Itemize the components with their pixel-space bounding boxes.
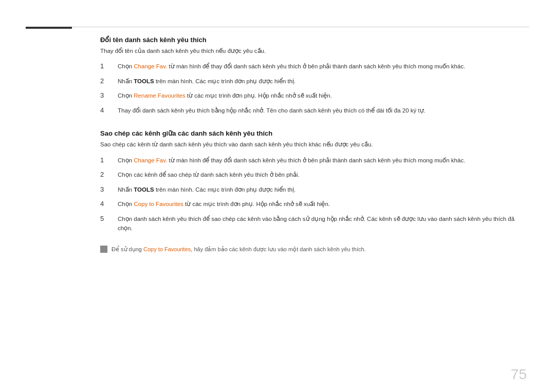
step-text: Chọn Copy to Favourites từ các mục trình… <box>118 199 524 209</box>
step-text: Nhấn TOOLS trên màn hình. Các mục trình … <box>118 77 524 86</box>
step-text: Chọn Rename Favourites từ các mục trình … <box>118 91 524 100</box>
step-number: 2 <box>100 170 115 180</box>
step-item: 2 Nhấn TOOLS trên màn hình. Các mục trìn… <box>100 77 524 86</box>
highlight-tools-1: TOOLS <box>134 78 154 84</box>
section2-subtitle: Sao chép các kênh từ danh sách kênh yêu … <box>100 140 524 149</box>
step-number: 1 <box>100 61 115 71</box>
step-text: Chọn Change Fav. từ màn hình để thay đổi… <box>118 156 524 165</box>
step-number: 1 <box>100 155 115 165</box>
highlight-copy-favourites-note: Copy to Favourites <box>143 246 191 252</box>
step-item: 5 Chọn danh sách kênh yêu thích để sao c… <box>100 214 524 233</box>
step-item: 2 Chọn các kênh để sao chép từ danh sách… <box>100 170 524 180</box>
step-item: 4 Chọn Copy to Favourites từ các mục trì… <box>100 199 524 209</box>
step-number: 4 <box>100 199 115 209</box>
step-item: 1 Chọn Change Fav. từ màn hình để thay đ… <box>100 156 524 165</box>
step-text: Chọn Change Fav. từ màn hình để thay đổi… <box>118 62 524 71</box>
step-text: Thay đổi danh sách kênh yêu thích bằng h… <box>118 106 524 115</box>
step-item: 3 Chọn Rename Favourites từ các mục trìn… <box>100 91 524 101</box>
left-accent <box>26 27 72 29</box>
section2-steps: 1 Chọn Change Fav. từ màn hình để thay đ… <box>100 156 524 233</box>
highlight-change-fav-1: Change Fav. <box>134 63 167 69</box>
section1-title: Đổi tên danh sách kênh yêu thích <box>100 36 524 44</box>
section-copy-favourites: Sao chép các kênh giữa các danh sách kên… <box>100 129 524 254</box>
section1-steps: 1 Chọn Change Fav. từ màn hình để thay đ… <box>100 62 524 115</box>
note-box: Để sử dụng Copy to Favourites, hãy đảm b… <box>100 240 524 254</box>
step-number: 2 <box>100 76 115 86</box>
section2-title: Sao chép các kênh giữa các danh sách kên… <box>100 129 524 137</box>
content-area: Đổi tên danh sách kênh yêu thích Thay đổ… <box>100 36 524 371</box>
note-text: Để sử dụng Copy to Favourites, hãy đảm b… <box>112 245 366 254</box>
step-text: Nhấn TOOLS trên màn hình. Các mục trình … <box>118 185 524 194</box>
page-container: Đổi tên danh sách kênh yêu thích Thay đổ… <box>0 0 555 392</box>
section-rename-favourites: Đổi tên danh sách kênh yêu thích Thay đổ… <box>100 36 524 115</box>
page-number: 75 <box>511 366 527 383</box>
step-item: 4 Thay đổi danh sách kênh yêu thích bằng… <box>100 106 524 116</box>
step-number: 5 <box>100 214 115 224</box>
section1-subtitle: Thay đổi tên của danh sách kênh yêu thíc… <box>100 47 524 55</box>
highlight-rename-favourites: Rename Favourites <box>134 92 185 99</box>
note-bar-icon <box>100 246 107 253</box>
highlight-tools-2: TOOLS <box>134 186 154 193</box>
step-number: 3 <box>100 90 115 101</box>
step-text: Chọn các kênh để sao chép từ danh sách k… <box>118 170 524 179</box>
top-border <box>26 27 529 27</box>
highlight-change-fav-2: Change Fav. <box>134 157 167 163</box>
highlight-copy-to-favourites: Copy to Favourites <box>134 201 183 207</box>
step-item: 1 Chọn Change Fav. từ màn hình để thay đ… <box>100 62 524 71</box>
step-item: 3 Nhấn TOOLS trên màn hình. Các mục trìn… <box>100 185 524 195</box>
step-text: Chọn danh sách kênh yêu thích để sao ché… <box>118 214 524 233</box>
step-number: 3 <box>100 184 115 195</box>
step-number: 4 <box>100 105 115 116</box>
